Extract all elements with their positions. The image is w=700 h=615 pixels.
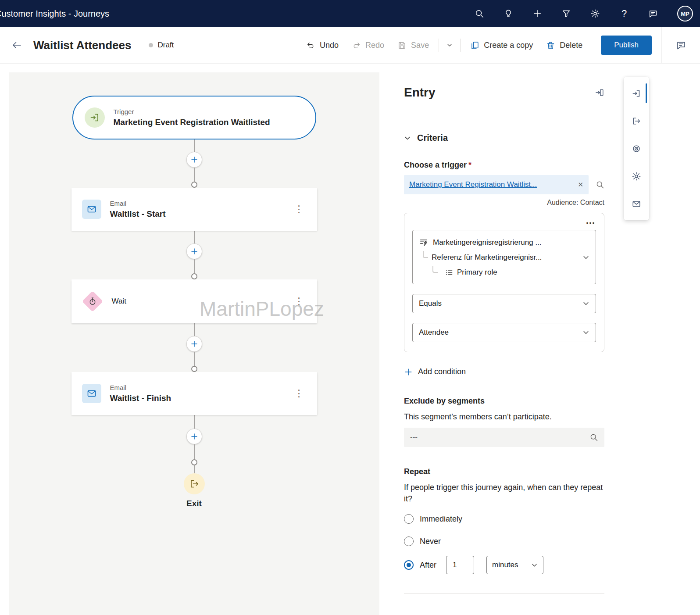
tab-exit[interactable] bbox=[624, 107, 649, 135]
chat-panel-button[interactable] bbox=[661, 27, 700, 63]
save-menu-chevron-icon[interactable] bbox=[443, 38, 456, 52]
trash-icon bbox=[546, 41, 555, 50]
connector bbox=[186, 323, 202, 372]
delete-button[interactable]: Delete bbox=[541, 37, 588, 54]
node-type-label: Wait bbox=[112, 297, 126, 306]
wait-timer-icon bbox=[82, 291, 103, 312]
repeat-description: If people trigger this journey again, wh… bbox=[404, 482, 604, 504]
avatar[interactable]: MP bbox=[677, 6, 693, 21]
add-condition-button[interactable]: Add condition bbox=[404, 367, 604, 376]
watermark: MartinPLopez bbox=[200, 297, 324, 321]
trigger-chip-link[interactable]: Marketing Event Registration Waitlist... bbox=[409, 180, 572, 189]
save-button[interactable]: Save bbox=[392, 37, 434, 54]
page-title: Waitlist Attendees bbox=[33, 39, 131, 52]
chevron-down-icon bbox=[582, 300, 589, 307]
copy-icon bbox=[470, 41, 479, 50]
more-options-icon[interactable]: ⋮ bbox=[292, 386, 307, 401]
audience-label: Audience: Contact bbox=[404, 199, 604, 207]
attribute-box[interactable]: Marketingereignisregistrierung ... Refer… bbox=[412, 230, 596, 284]
criteria-label: Criteria bbox=[417, 133, 448, 143]
search-icon[interactable] bbox=[589, 433, 598, 442]
journey-canvas[interactable]: MartinPLopez Trigger Marketing Event Reg… bbox=[9, 72, 379, 615]
attribute-leaf-label: Primary role bbox=[457, 268, 497, 277]
node-title: Waitlist - Start bbox=[110, 209, 166, 219]
add-step-button[interactable] bbox=[186, 152, 202, 168]
entry-panel: Entry Criteria Choose a trigger* Marketi… bbox=[388, 64, 623, 615]
remove-trigger-icon[interactable]: ✕ bbox=[578, 181, 583, 189]
after-unit-select[interactable]: minutes bbox=[486, 556, 543, 574]
chevron-down-icon bbox=[582, 329, 589, 336]
connector-dot bbox=[191, 182, 197, 188]
add-step-button[interactable] bbox=[186, 336, 202, 352]
tab-entry[interactable] bbox=[624, 79, 649, 107]
divider bbox=[460, 39, 461, 52]
trigger-attribute-icon bbox=[419, 238, 429, 247]
radio-selected-icon[interactable] bbox=[404, 560, 414, 570]
node-title: Marketing Event Registration Waitlisted bbox=[114, 118, 270, 127]
radio-after[interactable]: After 1 minutes bbox=[404, 556, 604, 574]
panel-title: Entry bbox=[404, 86, 436, 100]
lightbulb-icon[interactable] bbox=[504, 9, 513, 18]
filter-icon[interactable] bbox=[561, 9, 571, 18]
tree-elbow bbox=[432, 266, 438, 273]
plus-icon bbox=[404, 368, 413, 376]
chevron-down-icon bbox=[531, 562, 538, 569]
add-icon[interactable] bbox=[532, 9, 542, 18]
radio-icon[interactable] bbox=[404, 536, 414, 546]
required-mark: * bbox=[468, 161, 471, 169]
tab-email[interactable] bbox=[624, 190, 649, 218]
tab-goal[interactable] bbox=[624, 135, 649, 162]
connector-dot bbox=[191, 273, 197, 279]
chevron-down-icon bbox=[404, 135, 411, 142]
email-icon bbox=[82, 384, 101, 403]
message-icon[interactable] bbox=[648, 9, 658, 18]
radio-immediately[interactable]: Immediately bbox=[404, 511, 604, 527]
more-options-icon[interactable]: ⋮ bbox=[292, 202, 307, 217]
condition-value: Attendee bbox=[419, 328, 449, 337]
create-copy-button[interactable]: Create a copy bbox=[465, 37, 538, 54]
settings-icon[interactable] bbox=[590, 9, 600, 18]
selected-tab-indicator bbox=[646, 83, 647, 103]
email-node-finish[interactable]: Email Waitlist - Finish ⋮ bbox=[71, 372, 317, 415]
publish-button[interactable]: Publish bbox=[601, 36, 652, 55]
tab-settings[interactable] bbox=[624, 162, 649, 190]
trigger-node[interactable]: Trigger Marketing Event Registration Wai… bbox=[72, 96, 316, 139]
exit-label: Exit bbox=[186, 499, 202, 508]
segment-placeholder: --- bbox=[410, 433, 418, 442]
segment-lookup-input[interactable]: --- bbox=[404, 428, 604, 447]
criteria-section-toggle[interactable]: Criteria bbox=[404, 133, 604, 143]
panel-tabs bbox=[624, 77, 649, 220]
radio-never[interactable]: Never bbox=[404, 533, 604, 549]
attribute-reference-label: Referenz für Marketingereignisr... bbox=[432, 253, 542, 262]
add-step-button[interactable] bbox=[186, 429, 202, 444]
back-icon[interactable] bbox=[11, 40, 22, 50]
redo-button[interactable]: Redo bbox=[346, 37, 389, 54]
email-node-start[interactable]: Email Waitlist - Start ⋮ bbox=[71, 188, 317, 231]
help-icon[interactable]: ? bbox=[619, 9, 629, 18]
choose-trigger-label: Choose a trigger* bbox=[404, 161, 604, 170]
search-icon[interactable] bbox=[475, 9, 484, 18]
node-type-label: Email bbox=[110, 384, 171, 391]
chevron-down-icon[interactable] bbox=[582, 254, 589, 261]
search-icon[interactable] bbox=[596, 180, 604, 189]
app-title: Customer Insights - Journeys bbox=[0, 9, 109, 19]
exclude-heading: Exclude by segments bbox=[404, 397, 604, 406]
operator-dropdown[interactable]: Equals bbox=[412, 294, 596, 313]
condition-more-icon[interactable]: … bbox=[412, 218, 596, 224]
value-dropdown[interactable]: Attendee bbox=[412, 323, 596, 342]
undo-button[interactable]: Undo bbox=[301, 37, 344, 54]
open-in-pane-icon[interactable] bbox=[595, 88, 604, 97]
operator-value: Equals bbox=[419, 299, 442, 308]
add-step-button[interactable] bbox=[186, 243, 202, 259]
command-bar: Waitlist Attendees Draft Undo Redo Save … bbox=[0, 27, 700, 64]
email-icon bbox=[82, 200, 101, 219]
node-title: Waitlist - Finish bbox=[110, 393, 171, 403]
exit-node[interactable]: Exit bbox=[184, 473, 205, 508]
connector bbox=[186, 231, 202, 279]
panel-tab-rail bbox=[623, 64, 700, 615]
after-value-input[interactable]: 1 bbox=[446, 556, 474, 574]
divider bbox=[439, 39, 439, 52]
radio-icon[interactable] bbox=[404, 514, 414, 524]
divider bbox=[404, 594, 604, 594]
list-icon bbox=[445, 268, 454, 277]
